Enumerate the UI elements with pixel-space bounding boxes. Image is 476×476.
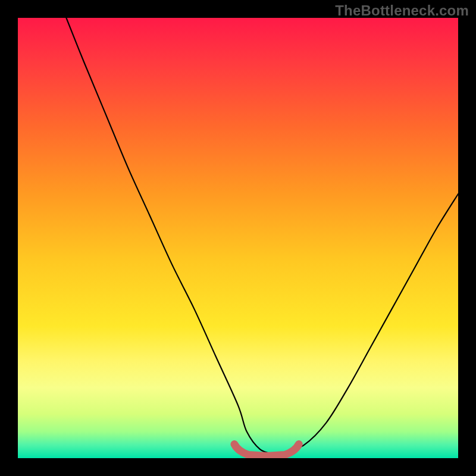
chart-frame: TheBottleneck.com: [0, 0, 476, 476]
gradient-background: [18, 18, 458, 458]
watermark-text: TheBottleneck.com: [335, 2, 469, 19]
bottleneck-plot: [18, 18, 458, 458]
